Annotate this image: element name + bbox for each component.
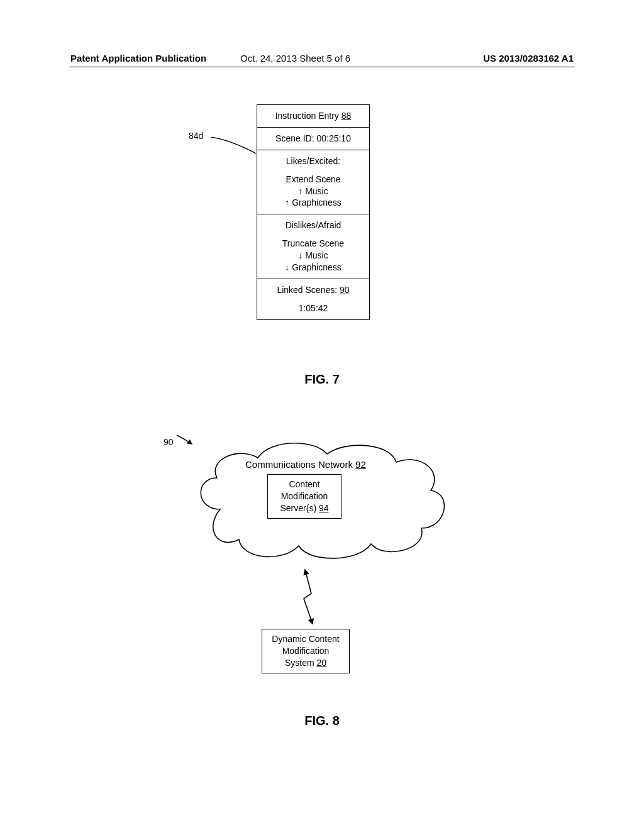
page-header: Patent Application Publication Oct. 24, … (70, 53, 574, 64)
dcm-line1: Dynamic Content (265, 633, 347, 645)
header-rule (69, 67, 575, 67)
fig7-linked-text: Linked Scenes: (277, 285, 340, 295)
fig7-linked-time: 1:05:42 (261, 302, 365, 314)
fig8-ref-text: 90 (164, 437, 174, 447)
fig7-likes-cell: Likes/Excited: Extend Scene ↑ Music ↑ Gr… (257, 150, 369, 214)
fig7-ref-label: 84d (189, 131, 203, 141)
fig7-title-num: 88 (341, 111, 352, 121)
server-line2: Modification (270, 490, 338, 502)
fig7-dislikes-line2: ↓ Music (261, 250, 365, 262)
fig7-likes-header: Likes/Excited: (261, 155, 365, 167)
header-center: Oct. 24, 2013 Sheet 5 of 6 (240, 53, 350, 64)
fig7-linked-cell: Linked Scenes: 90 1:05:42 (257, 279, 369, 319)
fig7-dislikes-header: Dislikes/Afraid (261, 219, 365, 231)
fig7-likes-line3: ↑ Graphicness (261, 197, 365, 209)
fig7-caption: FIG. 7 (0, 372, 644, 387)
dynamic-content-modification-box: Dynamic Content Modification System 20 (262, 629, 350, 673)
server-line1: Content (270, 479, 338, 490)
fig7-title-text: Instruction Entry (275, 111, 341, 121)
fig7-scene-id-cell: Scene ID: 00:25:10 (257, 127, 369, 150)
server-line3-text: Server(s) (280, 503, 318, 513)
fig7-likes-line1: Extend Scene (261, 174, 365, 185)
dcm-line3-text: System (285, 658, 317, 668)
cloud-label-text: Communications Network (245, 459, 355, 470)
dcm-line2: Modification (265, 645, 347, 657)
fig7-dislikes-line3: ↓ Graphicness (261, 262, 365, 274)
fig7-leader-line (211, 137, 261, 162)
fig7-title-cell: Instruction Entry 88 (257, 105, 369, 127)
bidirectional-arrow-icon (292, 566, 330, 629)
fig7-instruction-table: Instruction Entry 88 Scene ID: 00:25:10 … (257, 104, 370, 320)
header-left: Patent Application Publication (70, 53, 206, 64)
fig7-dislikes-cell: Dislikes/Afraid Truncate Scene ↓ Music ↓… (257, 214, 369, 279)
server-line3-num: 94 (319, 503, 329, 513)
fig7-dislikes-line1: Truncate Scene (261, 238, 365, 250)
fig8-diagram: 90 Communications Network 92 Content Mod… (164, 434, 465, 698)
dcm-line3-num: 20 (317, 658, 327, 668)
fig8-caption: FIG. 8 (0, 714, 644, 728)
content-modification-server-box: Content Modification Server(s) 94 (267, 474, 341, 519)
fig7-linked-num: 90 (340, 285, 350, 295)
cloud-label: Communications Network 92 (245, 459, 366, 470)
fig7-likes-line2: ↑ Music (261, 185, 365, 197)
header-right: US 2013/0283162 A1 (483, 53, 574, 64)
cloud-label-num: 92 (355, 459, 366, 470)
